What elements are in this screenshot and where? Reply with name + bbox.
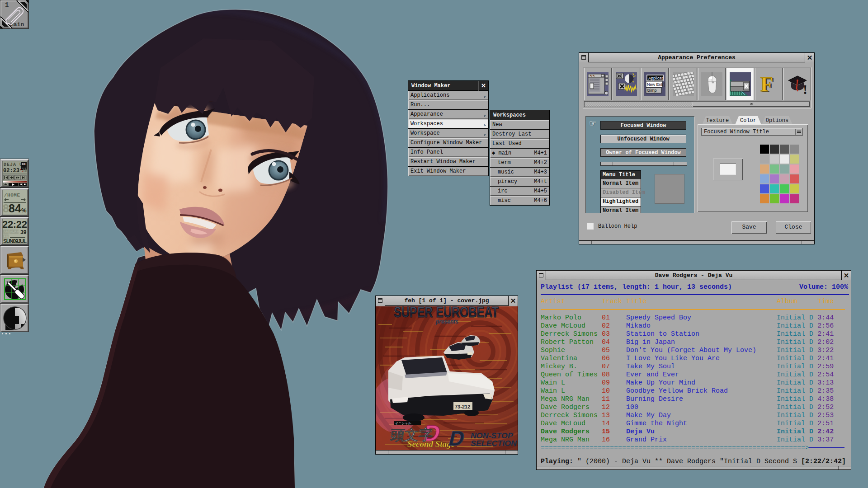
svg-text:Gimp: Gimp <box>647 88 657 93</box>
svg-text:%: % <box>21 207 27 214</box>
svg-text:39: 39 <box>20 229 27 235</box>
svg-text:Applicati: Applicati <box>648 76 664 80</box>
svg-text:AM: AM <box>4 230 9 233</box>
svg-text:SELECTION: SELECTION <box>471 439 517 448</box>
svg-text:DEJA U: DEJA U <box>4 162 23 167</box>
svg-text:presents: presents <box>435 319 458 325</box>
svg-text:PM: PM <box>4 235 9 238</box>
svg-text:02:23: 02:23 <box>3 168 19 174</box>
svg-text:45: 45 <box>22 169 28 174</box>
svg-text:New Entr│: New Entr│ <box>647 82 665 87</box>
svg-text:22:22: 22:22 <box>2 219 27 230</box>
svg-text:!: ! <box>803 82 807 96</box>
svg-text:oo: oo <box>22 162 26 165</box>
svg-text:ALRM: ALRM <box>10 230 19 233</box>
svg-text:SUN09JUL: SUN09JUL <box>3 238 27 244</box>
svg-text:イニシャル: イニシャル <box>395 422 411 425</box>
svg-text:84: 84 <box>9 202 21 215</box>
svg-text:F: F <box>760 73 773 96</box>
svg-text:8: 8 <box>3 202 9 215</box>
svg-text:73-212: 73-212 <box>455 404 470 409</box>
svg-text:/HOME: /HOME <box>4 192 20 198</box>
